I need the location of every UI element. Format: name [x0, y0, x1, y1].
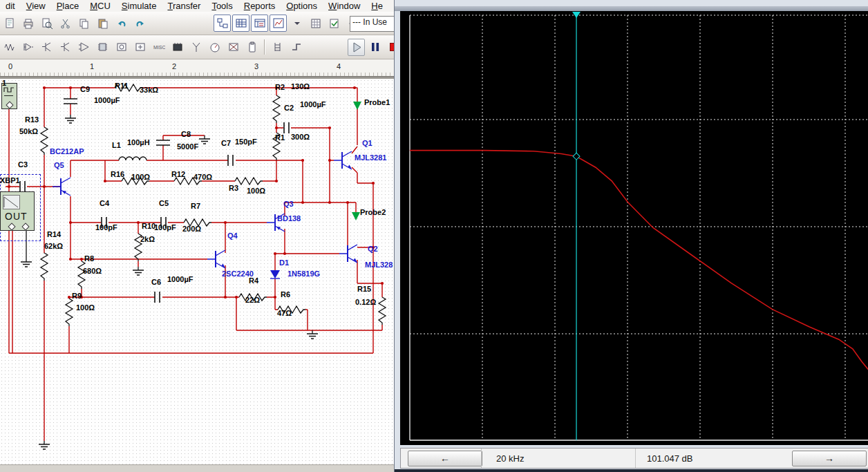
junction-dot	[328, 201, 331, 204]
postprocessor-icon[interactable]	[307, 15, 324, 32]
component-label: MJL328	[365, 261, 393, 269]
grapher-view-icon[interactable]	[270, 15, 287, 32]
place-diode-icon[interactable]	[38, 39, 55, 56]
junction-dot	[274, 296, 276, 299]
menu-simulate[interactable]: Simulate	[116, 1, 162, 11]
component-label: 22Ω	[245, 296, 260, 304]
grapher-title-strip[interactable]	[395, 6, 868, 11]
place-misc-digital-icon[interactable]	[131, 39, 149, 56]
passive-components[interactable]	[20, 84, 386, 449]
component-label: BD138	[277, 215, 301, 223]
component-label: 5000F	[177, 143, 198, 151]
redo-icon[interactable]	[131, 15, 149, 32]
cut-icon[interactable]	[57, 15, 74, 32]
database-manager-icon[interactable]	[251, 15, 268, 32]
menu-reports[interactable]: Reports	[238, 1, 281, 11]
bode-out-terminal-1[interactable]	[8, 223, 15, 230]
bode-plotter-instrument[interactable]: OUT	[0, 191, 35, 231]
probe1-icon[interactable]	[353, 102, 361, 110]
undo-icon[interactable]	[113, 15, 130, 32]
cursor-magnitude-readout: 101.047 dB	[635, 449, 802, 468]
place-cmos-icon[interactable]	[113, 39, 130, 56]
junction-dot	[353, 86, 356, 89]
menu-he[interactable]: He	[366, 1, 388, 11]
component-label: C2	[284, 104, 294, 112]
pause-icon[interactable]	[366, 39, 384, 56]
ruler-mark: 2	[172, 62, 176, 70]
junction-dot	[328, 126, 331, 129]
fg-terminal[interactable]	[6, 101, 13, 108]
bode-plot-area[interactable]	[400, 11, 868, 445]
save-icon[interactable]	[1, 15, 18, 32]
menu-tools[interactable]: Tools	[206, 1, 238, 11]
schematic-canvas[interactable]: OUT C91000µFR1133kΩR2130ΩC21000µFR1300ΩP…	[0, 79, 394, 464]
place-analog-icon[interactable]	[75, 39, 93, 56]
component-label: BC212AP	[50, 148, 84, 155]
component-label: R6	[281, 291, 290, 299]
copy-icon[interactable]	[75, 15, 93, 32]
component-label: 100Ω	[247, 187, 265, 195]
junction-dot	[275, 180, 278, 182]
probe2-icon[interactable]	[352, 212, 360, 220]
component-label: 1000µF	[94, 97, 120, 104]
bode-out-terminal-2[interactable]	[21, 223, 29, 230]
run-icon[interactable]	[348, 39, 365, 56]
measurement-cursor[interactable]	[572, 12, 581, 440]
component-label: 1	[2, 79, 6, 87]
junction-dot	[104, 180, 106, 182]
junction-dot	[80, 258, 83, 261]
junction-dot	[328, 159, 331, 162]
menu-options[interactable]: Options	[281, 1, 323, 11]
design-toolbox-icon[interactable]	[214, 15, 231, 32]
junction-dot	[275, 126, 278, 129]
wire-network[interactable]	[6, 88, 382, 441]
component-label: R15	[357, 285, 371, 293]
place-indicator-icon[interactable]	[169, 39, 186, 56]
menu-dit[interactable]: dit	[0, 1, 21, 11]
cursor-frequency-readout: 20 kHz	[481, 449, 650, 468]
component-label: 470Ω	[194, 173, 212, 181]
place-mixed-icon[interactable]: MISC	[150, 39, 167, 56]
place-basic-icon[interactable]	[19, 39, 37, 56]
menu-place[interactable]: Place	[51, 1, 85, 11]
ruler-mark: 3	[254, 62, 258, 70]
place-misc-icon[interactable]	[187, 39, 205, 56]
component-label: C5	[159, 200, 169, 207]
menu-view[interactable]: View	[21, 1, 51, 11]
component-label: 100pF	[154, 224, 176, 232]
place-bus-icon[interactable]	[287, 39, 305, 56]
view-options-caret-icon[interactable]	[288, 15, 305, 32]
menu-transfer[interactable]: Transfer	[162, 1, 206, 11]
place-advanced-peripherals-icon[interactable]	[206, 39, 223, 56]
cursor-left-button[interactable]: ←	[408, 451, 482, 466]
place-electromechanical-icon[interactable]	[243, 39, 261, 56]
junction-dot	[372, 182, 375, 185]
place-transistor-icon[interactable]	[57, 39, 74, 56]
cursor-right-button[interactable]: →	[792, 451, 867, 466]
component-label: 200Ω	[182, 225, 201, 233]
place-wire-icon[interactable]	[269, 39, 286, 56]
cursor-trace-marker	[573, 153, 580, 160]
electrical-rules-check-icon[interactable]	[326, 15, 343, 32]
component-label: MJL3281	[355, 154, 386, 162]
menu-window[interactable]: Window	[323, 1, 366, 11]
print-icon[interactable]	[19, 15, 37, 32]
place-ttl-icon[interactable]	[94, 39, 111, 56]
component-label: Q1	[362, 140, 372, 147]
place-rf-icon[interactable]	[225, 39, 242, 56]
component-label: 33kΩ	[140, 86, 158, 94]
print-preview-icon[interactable]	[38, 15, 55, 32]
junction-dot	[301, 159, 304, 162]
junction-dot	[274, 252, 276, 255]
plot-border	[410, 15, 868, 440]
component-label: R2	[275, 84, 285, 91]
place-source-icon[interactable]	[1, 39, 18, 56]
paste-icon[interactable]	[94, 15, 111, 32]
junction-dot	[43, 86, 46, 89]
schematic-drawing	[0, 79, 394, 464]
component-label: 150pF	[235, 138, 257, 146]
menu-mcu[interactable]: MCU	[84, 1, 116, 11]
bode-plotter-out-label: OUT	[5, 211, 28, 222]
component-label: R7	[191, 202, 200, 210]
spreadsheet-view-icon[interactable]	[232, 15, 249, 32]
